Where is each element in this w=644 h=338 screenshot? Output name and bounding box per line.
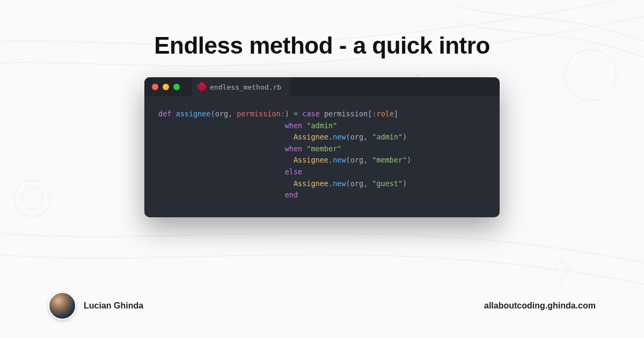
kw-def: def	[158, 109, 171, 118]
page-title: Endless method - a quick intro	[154, 32, 490, 59]
method-name: assignee	[176, 109, 211, 118]
footer: Lucian Ghinda allaboutcoding.ghinda.com	[0, 292, 644, 320]
traffic-lights	[152, 84, 180, 90]
author-name: Lucian Ghinda	[84, 301, 143, 311]
minimize-icon[interactable]	[163, 84, 169, 90]
maximize-icon[interactable]	[173, 84, 180, 90]
code-window: endless_method.rb def assignee(org, perm…	[144, 77, 500, 217]
avatar	[48, 292, 76, 320]
editor-tab[interactable]: endless_method.rb	[192, 77, 291, 97]
code-body: def assignee(org, permission:) = case pe…	[144, 97, 500, 217]
author-block: Lucian Ghinda	[48, 292, 143, 320]
ruby-icon	[196, 82, 207, 92]
site-url: allaboutcoding.ghinda.com	[484, 301, 596, 311]
window-titlebar: endless_method.rb	[144, 77, 500, 97]
tab-filename: endless_method.rb	[210, 83, 281, 91]
close-icon[interactable]	[152, 84, 158, 90]
